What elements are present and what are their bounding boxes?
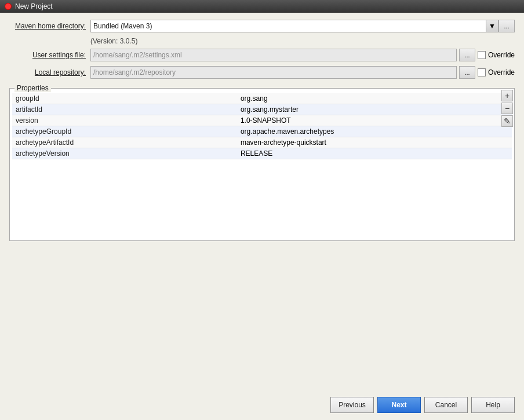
- plus-icon: +: [505, 91, 510, 100]
- property-key: groupId: [12, 93, 237, 104]
- properties-table: groupIdorg.sangartifactIdorg.sang.mystar…: [12, 93, 512, 159]
- user-settings-input[interactable]: [90, 49, 457, 61]
- version-text: (Version: 3.0.5): [90, 37, 515, 45]
- property-value: maven-archetype-quickstart: [237, 137, 512, 148]
- table-row: archetypeGroupIdorg.apache.maven.archety…: [12, 126, 512, 137]
- table-row: groupIdorg.sang: [12, 93, 512, 104]
- next-button[interactable]: Next: [377, 397, 421, 413]
- user-settings-input-row: ... Override: [90, 49, 515, 61]
- local-repo-override-label: Override: [488, 68, 515, 76]
- table-row: version1.0-SNAPSHOT: [12, 115, 512, 126]
- remove-property-button[interactable]: −: [501, 103, 513, 114]
- property-value: org.apache.maven.archetypes: [237, 126, 512, 137]
- properties-side-buttons: + − ✎: [500, 89, 514, 128]
- table-row: archetypeArtifactIdmaven-archetype-quick…: [12, 137, 512, 148]
- maven-home-select-wrapper: ▼ ...: [90, 20, 515, 32]
- local-repo-input-row: ... Override: [90, 66, 515, 79]
- property-value: org.sang: [237, 93, 512, 104]
- table-row: archetypeVersionRELEASE: [12, 148, 512, 159]
- property-key: archetypeVersion: [12, 148, 237, 159]
- close-button[interactable]: [5, 3, 12, 10]
- local-repo-label: Local repository:: [9, 68, 90, 76]
- user-settings-label: User settings file:: [9, 51, 90, 59]
- property-key: artifactId: [12, 104, 237, 115]
- property-key: archetypeArtifactId: [12, 137, 237, 148]
- bottom-buttons: Previous Next Cancel Help: [9, 393, 515, 413]
- edit-property-button[interactable]: ✎: [501, 115, 513, 127]
- minus-icon: −: [505, 104, 510, 113]
- property-value: RELEASE: [237, 148, 512, 159]
- user-settings-override-checkbox[interactable]: [478, 51, 486, 59]
- add-property-button[interactable]: +: [501, 90, 513, 101]
- property-value: org.sang.mystarter: [237, 104, 512, 115]
- local-repo-input[interactable]: [90, 66, 457, 79]
- properties-table-area: groupIdorg.sangartifactIdorg.sang.mystar…: [12, 93, 512, 238]
- previous-button[interactable]: Previous: [330, 397, 374, 413]
- user-settings-override-row: Override: [478, 51, 515, 59]
- help-button[interactable]: Help: [471, 397, 515, 413]
- cancel-button[interactable]: Cancel: [424, 397, 468, 413]
- user-settings-row: User settings file: ... Override: [9, 49, 515, 61]
- browse-icon-3: ...: [464, 69, 470, 76]
- maven-home-input[interactable]: [90, 20, 486, 32]
- local-repo-override-row: Override: [478, 68, 515, 76]
- edit-icon: ✎: [504, 116, 511, 126]
- maven-home-browse-button[interactable]: ...: [498, 20, 515, 32]
- browse-icon-2: ...: [464, 52, 470, 59]
- maven-home-dropdown-button[interactable]: ▼: [486, 20, 498, 32]
- local-repo-row: Local repository: ... Override: [9, 66, 515, 79]
- local-repo-override-checkbox[interactable]: [478, 68, 486, 76]
- user-settings-override-label: Override: [488, 51, 515, 59]
- properties-legend: Properties: [14, 84, 51, 92]
- browse-icon: ...: [504, 23, 509, 30]
- user-settings-browse-button[interactable]: ...: [459, 49, 475, 61]
- table-row: artifactIdorg.sang.mystarter: [12, 104, 512, 115]
- titlebar-title: New Project: [15, 2, 53, 10]
- chevron-down-icon: ▼: [489, 22, 496, 30]
- property-key: archetypeGroupId: [12, 126, 237, 137]
- properties-fieldset: Properties groupIdorg.sangartifactIdorg.…: [9, 88, 515, 241]
- maven-home-label: Maven home directory:: [9, 22, 90, 30]
- property-key: version: [12, 115, 237, 126]
- local-repo-browse-button[interactable]: ...: [459, 66, 475, 79]
- titlebar: New Project: [0, 0, 524, 13]
- dialog-body: Maven home directory: ▼ ... (Version: 3.…: [0, 13, 524, 420]
- property-value: 1.0-SNAPSHOT: [237, 115, 512, 126]
- maven-home-row: Maven home directory: ▼ ...: [9, 20, 515, 32]
